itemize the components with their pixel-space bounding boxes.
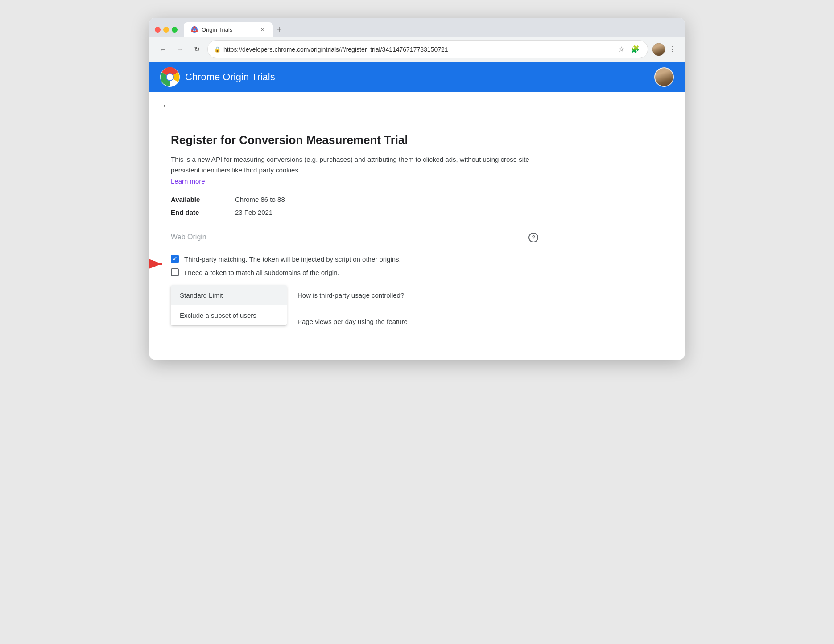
web-origin-field: ? [171,229,538,246]
forward-navigation-button[interactable]: → [173,43,186,56]
url-bar[interactable]: 🔒 https://developers.chrome.com/origintr… [207,40,648,58]
checkmark-icon: ✓ [173,256,177,262]
help-icon[interactable]: ? [528,233,538,242]
third-party-checkbox[interactable]: ✓ [171,255,179,263]
tab-close-button[interactable]: ✕ [259,26,266,33]
tab-title: Origin Trials [202,26,255,33]
dropdown-second-label: Page views per day using the feature [297,312,538,325]
dropdown-item-exclude[interactable]: Exclude a subset of users [171,305,287,325]
checkbox-group: ✓ Third-party matching. The token will b… [171,255,538,276]
checkboxes-section: ✓ Third-party matching. The token will b… [171,255,538,276]
tab-favicon-icon [191,26,198,33]
back-navigation-button[interactable]: ← [157,43,169,56]
svg-point-2 [193,28,196,31]
chrome-header-title: Chrome Origin Trials [185,71,275,83]
lock-icon: 🔒 [214,46,221,53]
end-date-label: End date [171,209,224,216]
dropdown-question: How is third-party usage controlled? [297,285,538,299]
user-avatar[interactable] [652,43,665,56]
bookmark-button[interactable]: ☆ [616,43,626,55]
third-party-checkbox-label: Third-party matching. The token will be … [184,255,401,263]
subdomain-checkbox-row: I need a token to match all subdomains o… [171,268,538,276]
new-tab-button[interactable]: + [273,23,285,37]
learn-more-link[interactable]: Learn more [171,177,205,185]
available-label: Available [171,196,224,203]
chrome-logo-icon [160,67,180,87]
trial-info-grid: Available Chrome 86 to 88 End date 23 Fe… [171,196,538,216]
dropdown-labels: How is third-party usage controlled? Pag… [297,285,538,325]
subdomain-checkbox-label: I need a token to match all subdomains o… [184,269,339,276]
page-content: ← Register for Conversion Measurement Tr… [149,92,685,360]
form-title: Register for Conversion Measurement Tria… [171,133,538,147]
registration-form: Register for Conversion Measurement Tria… [149,119,560,340]
dropdown-menu: Standard Limit Exclude a subset of users [171,285,287,325]
minimize-button[interactable] [163,27,169,33]
tab-bar: Origin Trials ✕ + [184,22,679,37]
chrome-logo-area: Chrome Origin Trials [160,67,275,87]
page-back-button[interactable]: ← [160,98,173,112]
available-value: Chrome 86 to 88 [235,196,538,203]
maximize-button[interactable] [172,27,178,33]
back-navigation: ← [149,92,685,119]
end-date-value: 23 Feb 2021 [235,209,538,216]
extensions-button[interactable]: 🧩 [629,43,641,55]
title-bar: Origin Trials ✕ + [149,18,685,37]
address-bar: ← → ↻ 🔒 https://developers.chrome.com/or… [149,37,685,62]
form-description: This is a new API for measuring conversi… [171,154,538,176]
url-text: https://developers.chrome.com/origintria… [223,46,614,53]
subdomain-checkbox[interactable] [171,268,179,276]
menu-button[interactable]: ⋮ [667,43,677,55]
active-tab[interactable]: Origin Trials ✕ [184,22,273,37]
svg-point-5 [167,74,173,80]
header-user-avatar[interactable] [654,67,674,87]
reload-button[interactable]: ↻ [190,43,203,56]
dropdown-item-standard[interactable]: Standard Limit [171,285,287,305]
red-arrow-icon [149,257,166,271]
third-party-checkbox-row: ✓ Third-party matching. The token will b… [171,255,538,263]
traffic-lights [155,27,178,33]
browser-actions: ⋮ [652,43,677,56]
web-origin-input[interactable] [171,229,538,246]
url-actions: ☆ 🧩 [616,43,641,55]
dropdown-section: Standard Limit Exclude a subset of users… [171,285,538,325]
chrome-header: Chrome Origin Trials [149,62,685,92]
browser-window: Origin Trials ✕ + ← → ↻ 🔒 https://develo… [149,18,685,360]
close-button[interactable] [155,27,161,33]
red-arrow-annotation [149,257,166,271]
